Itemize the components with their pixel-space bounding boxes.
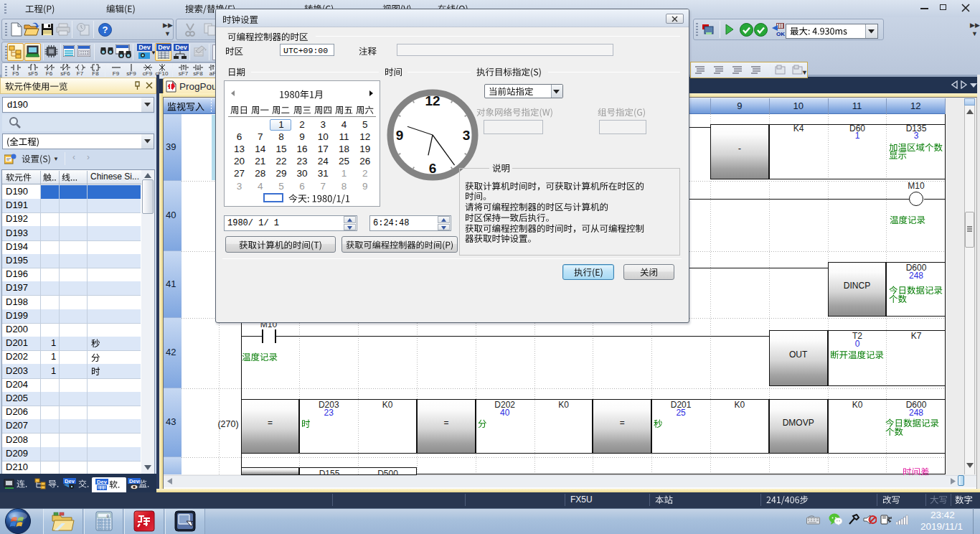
svg-text:Dev: Dev [65, 478, 75, 484]
svg-text:12: 12 [425, 93, 440, 108]
svg-text:Dev: Dev [175, 44, 187, 51]
svg-text:3: 3 [462, 128, 470, 143]
svg-text:9: 9 [395, 128, 403, 143]
svg-text:Dev: Dev [97, 479, 108, 485]
svg-text:OK: OK [776, 31, 785, 37]
svg-text:Dev: Dev [138, 44, 151, 51]
svg-text:0: 0 [106, 514, 109, 519]
svg-text:6: 6 [428, 161, 436, 176]
svg-text:Dev: Dev [158, 44, 170, 51]
svg-text:?: ? [103, 24, 108, 35]
